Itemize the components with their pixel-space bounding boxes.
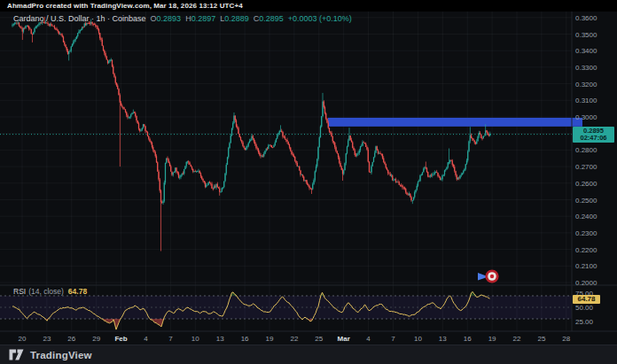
resistance-zone-rect[interactable] [328, 118, 582, 127]
tradingview-chart-window: AhmadPro created with TradingView.com, M… [0, 0, 617, 364]
header-text: AhmadPro created with TradingView.com, M… [7, 2, 243, 10]
time-tick-label: 29 [92, 335, 100, 343]
ohlc-high-value: 0.2897 [191, 14, 216, 23]
time-tick-label: 10 [191, 335, 199, 343]
time-tick-label: 13 [439, 335, 447, 343]
time-tick-label: 25 [537, 335, 545, 343]
price-tick-label: 0.3200 [575, 81, 615, 89]
time-tick-label: 13 [216, 335, 224, 343]
rsi-tick-label: 25.00 [575, 318, 615, 326]
time-tick-label: 22 [290, 335, 298, 343]
price-tick-label: 0.3400 [575, 47, 615, 55]
time-tick-label: Mar [338, 335, 350, 343]
time-tick-label: 19 [488, 335, 496, 343]
time-tick-label: 22 [513, 335, 521, 343]
time-tick-label: 25 [315, 335, 323, 343]
ohlc-open-value: 0.2893 [157, 14, 182, 23]
time-tick-label: 20 [19, 335, 27, 343]
ohlc-low-value: 0.2889 [224, 14, 249, 23]
tradingview-wordmark[interactable]: TradingView [30, 350, 92, 360]
time-tick-label: 16 [464, 335, 472, 343]
time-axis[interactable]: 20232629Feb47101316192225Mar471013161922… [0, 331, 572, 345]
chart-canvas[interactable] [0, 0, 617, 364]
rsi-current-value: 64.78 [68, 287, 87, 296]
price-tick-label: 0.3000 [575, 113, 615, 121]
time-tick-label: 23 [43, 335, 51, 343]
time-tick-label: 4 [144, 335, 147, 343]
time-tick-label: 10 [414, 335, 422, 343]
bar-countdown: 02:47:06 [573, 135, 614, 142]
rsi-axis-value-label: 64.78 [573, 295, 600, 304]
ohlc-open-key: O [151, 14, 157, 23]
time-tick-label: 26 [67, 335, 75, 343]
screenshot-header-bar: AhmadPro created with TradingView.com, M… [0, 0, 617, 12]
change-value: +0.0003 (+0.10%) [288, 14, 352, 23]
price-tick-label: 0.3100 [575, 97, 615, 105]
price-tick-label: 0.2300 [575, 229, 615, 237]
last-price-label: 0.2895 02:47:06 [573, 127, 614, 143]
price-axis[interactable]: 0.36000.35000.34000.33000.32000.31000.30… [572, 12, 617, 331]
time-tick-label: 16 [241, 335, 249, 343]
time-tick-label: 7 [168, 335, 172, 343]
price-tick-label: 0.2500 [575, 197, 615, 205]
dart-emoji-sticker[interactable] [478, 269, 499, 283]
symbol-title: Cardano / U.S. Dollar · 1h · Coinbase [13, 14, 146, 23]
price-tick-label: 0.2700 [575, 163, 615, 171]
ohlc-close-value: 0.2895 [259, 14, 284, 23]
price-tick-label: 0.2200 [575, 246, 615, 254]
price-tick-label: 0.3600 [575, 14, 615, 22]
price-tick-label: 0.2400 [575, 213, 615, 221]
rsi-indicator-legend[interactable]: RSI(14, close)64.78 [13, 287, 87, 296]
time-tick-label: 28 [562, 335, 570, 343]
price-tick-label: 0.2100 [575, 262, 615, 270]
rsi-tick-label: 50.00 [575, 304, 615, 312]
price-tick-label: 0.3500 [575, 31, 615, 39]
rsi-params: (14, close) [28, 287, 64, 296]
price-tick-label: 0.2800 [575, 146, 615, 154]
time-tick-label: Feb [114, 335, 127, 343]
rsi-name: RSI [13, 287, 26, 296]
price-tick-label: 0.2000 [575, 279, 615, 287]
time-tick-label: 7 [391, 335, 394, 343]
footer-bar: TradingView [0, 345, 617, 364]
tradingview-logo-icon[interactable] [9, 349, 24, 360]
symbol-legend[interactable]: Cardano / U.S. Dollar · 1h · CoinbaseO0.… [13, 14, 352, 23]
price-tick-label: 0.3300 [575, 64, 615, 72]
time-tick-label: 19 [266, 335, 274, 343]
price-tick-label: 0.2600 [575, 180, 615, 188]
time-tick-label: 4 [366, 335, 370, 343]
